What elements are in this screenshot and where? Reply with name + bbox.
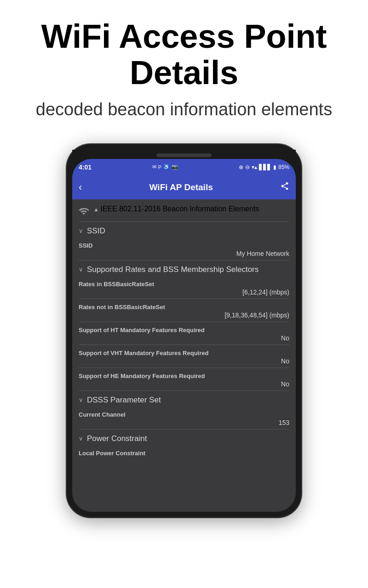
beacon-title-text: IEEE 802.11-2016 Beacon Information Elem…	[100, 205, 259, 213]
status-right: ⊕ ⊖ ▾▴ ▋▋▋ ▮ 85%	[239, 164, 289, 170]
up-arrow-icon: ▲	[93, 206, 100, 213]
app-bar: ‹ WiFi AP Details	[72, 175, 296, 199]
back-button[interactable]: ‹	[79, 181, 82, 193]
channel-value: 153	[79, 418, 289, 429]
phone-notch	[72, 150, 296, 159]
phone-frame: 4:01 ✉ P ♿ 📷 ⊕ ⊖ ▾▴ ▋▋▋ ▮ 85% ‹	[67, 144, 301, 517]
ssid-value: My Home Network	[79, 249, 289, 260]
phone-wrapper: 4:01 ✉ P ♿ 📷 ⊕ ⊖ ▾▴ ▋▋▋ ▮ 85% ‹	[67, 144, 301, 526]
group-title-dsss: DSSS Parameter Set	[87, 396, 161, 405]
field-vht-mandatory: Support of VHT Mandatory Features Requir…	[72, 345, 296, 368]
field-channel: Current Channel 153	[72, 407, 296, 429]
status-icons: ✉ P ♿ 📷	[152, 164, 178, 170]
vht-mandatory-value: No	[79, 356, 289, 368]
p-icon: P	[158, 164, 161, 170]
signal-bars-icon: ▋▋▋	[259, 164, 271, 170]
non-basic-rates-value: [9,18,36,48,54] (mbps)	[79, 311, 289, 322]
accessibility-icon: ♿	[163, 164, 170, 170]
non-basic-rates-label: Rates not in BSSBasicRateSet	[79, 301, 289, 311]
channel-label: Current Channel	[79, 408, 289, 418]
mail-icon: ✉	[152, 164, 156, 170]
status-bar: 4:01 ✉ P ♿ 📷 ⊕ ⊖ ▾▴ ▋▋▋ ▮ 85%	[72, 159, 296, 175]
ssid-label: SSID	[79, 239, 289, 249]
basic-rates-value: [6,12,24] (mbps)	[79, 288, 289, 299]
field-ht-mandatory: Support of HT Mandatory Features Require…	[72, 322, 296, 345]
local-power-label: Local Power Constraint	[79, 447, 289, 457]
field-non-basic-rates: Rates not in BSSBasicRateSet [9,18,36,48…	[72, 299, 296, 322]
hero-subtitle: decoded beacon information elements	[9, 98, 359, 121]
he-mandatory-value: No	[79, 379, 289, 390]
group-title-ssid: SSID	[87, 226, 105, 236]
chevron-dsss-icon: ∨	[79, 396, 83, 403]
group-header-power[interactable]: ∨ Power Constraint	[72, 430, 296, 445]
app-bar-title: WiFi AP Details	[150, 182, 213, 192]
field-local-power: Local Power Constraint	[72, 445, 296, 460]
battery-icon: ▮	[273, 164, 276, 170]
share-button[interactable]	[280, 181, 289, 193]
beacon-section-title: ▲ IEEE 802.11-2016 Beacon Information El…	[93, 205, 259, 213]
group-header-rates[interactable]: ∨ Supported Rates and BSS Membership Sel…	[72, 260, 296, 276]
notch-bar	[156, 153, 212, 157]
group-title-rates: Supported Rates and BSS Membership Selec…	[87, 265, 259, 274]
group-header-ssid[interactable]: ∨ SSID	[72, 222, 296, 237]
group-title-power: Power Constraint	[87, 434, 147, 443]
signal-plus-icon: ⊕	[239, 164, 243, 170]
chevron-rates-icon: ∨	[79, 266, 83, 273]
local-power-value	[79, 457, 289, 460]
field-ssid: SSID My Home Network	[72, 237, 296, 260]
hero-section: WiFi Access Point Details decoded beacon…	[0, 0, 368, 135]
he-mandatory-label: Support of HE Mandatory Features Require…	[79, 370, 289, 379]
wifi-icon: ▾▴	[252, 164, 257, 170]
vht-mandatory-label: Support of VHT Mandatory Features Requir…	[79, 347, 289, 356]
group-header-dsss[interactable]: ∨ DSSS Parameter Set	[72, 391, 296, 407]
signal-minus-icon: ⊖	[245, 164, 250, 170]
basic-rates-label: Rates in BSSBasicRateSet	[79, 278, 289, 288]
field-basic-rates: Rates in BSSBasicRateSet [6,12,24] (mbps…	[72, 276, 296, 299]
chevron-power-icon: ∨	[79, 435, 83, 442]
field-he-mandatory: Support of HE Mandatory Features Require…	[72, 368, 296, 390]
beacon-section-header: ▲ IEEE 802.11-2016 Beacon Information El…	[72, 199, 296, 221]
status-time: 4:01	[79, 164, 92, 171]
phone-screen: 4:01 ✉ P ♿ 📷 ⊕ ⊖ ▾▴ ▋▋▋ ▮ 85% ‹	[72, 159, 296, 512]
camera-icon: 📷	[172, 164, 178, 170]
hero-title: WiFi Access Point Details	[9, 18, 359, 91]
ht-mandatory-value: No	[79, 334, 289, 345]
battery-percent: 85%	[278, 164, 289, 170]
chevron-ssid-icon: ∨	[79, 227, 83, 234]
ht-mandatory-label: Support of HT Mandatory Features Require…	[79, 324, 289, 334]
wifi-bars-icon	[79, 206, 89, 219]
content-area: ▲ IEEE 802.11-2016 Beacon Information El…	[72, 199, 296, 512]
